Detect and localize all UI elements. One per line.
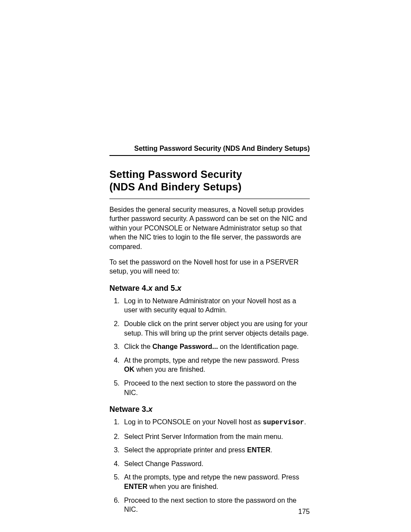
heading-var: x [177, 284, 181, 292]
section-heading-netware-4-5: Netware 4.x and 5.x [109, 284, 310, 293]
step-item: Proceed to the next section to store the… [121, 379, 310, 397]
step-text: on the Identification page. [218, 343, 299, 350]
heading-var: x [148, 284, 153, 292]
step-text: Select the appropriate printer and press [124, 446, 247, 454]
step-item: Select Change Password. [121, 459, 310, 469]
step-text: Click the [124, 343, 153, 350]
ui-label-enter: ENTER [247, 446, 271, 454]
heading-text: Netware 3. [109, 405, 148, 414]
step-text: when you are finished. [147, 483, 218, 490]
running-header: Setting Password Security (NDS And Binde… [109, 145, 310, 156]
steps-list-netware-3: Log in to PCONSOLE on your Novell host a… [109, 417, 310, 514]
title-line-1: Setting Password Security [109, 168, 242, 180]
intro-paragraph-2: To set the password on the Novell host f… [109, 258, 310, 276]
ui-label-enter: ENTER [124, 483, 147, 490]
heading-text: and 5. [153, 284, 177, 292]
step-text: At the prompts, type and retype the new … [124, 473, 299, 481]
page-number: 175 [298, 508, 310, 516]
step-item: Log in to PCONSOLE on your Novell host a… [121, 417, 310, 428]
step-item: Log in to Netware Administrator on your … [121, 296, 310, 315]
page-title: Setting Password Security (NDS And Binde… [109, 168, 310, 193]
ui-label-change-password: Change Password... [153, 343, 218, 350]
ui-label-ok: OK [124, 366, 134, 373]
step-item: Select Print Server Information from the… [121, 432, 310, 442]
heading-text: Netware 4. [109, 284, 148, 292]
title-line-2: (NDS And Bindery Setups) [109, 181, 242, 193]
steps-list-netware-4-5: Log in to Netware Administrator on your … [109, 296, 310, 397]
code-supervisor: supervisor [263, 419, 304, 426]
step-item: Double click on the print server object … [121, 319, 310, 338]
step-text: . [304, 418, 306, 426]
step-item: At the prompts, type and retype the new … [121, 473, 310, 491]
step-text: . [271, 446, 272, 454]
step-item: Proceed to the next section to store the… [121, 496, 310, 514]
content-area: Setting Password Security (NDS And Binde… [109, 168, 310, 514]
step-text: Log in to PCONSOLE on your Novell host a… [124, 418, 263, 426]
heading-var: x [148, 405, 153, 414]
step-text: At the prompts, type and retype the new … [124, 357, 299, 364]
step-text: when you are finished. [134, 366, 206, 373]
section-heading-netware-3: Netware 3.x [109, 405, 310, 414]
step-item: At the prompts, type and retype the new … [121, 356, 310, 374]
intro-paragraph-1: Besides the general security measures, a… [109, 205, 310, 252]
title-rule [109, 199, 310, 199]
step-item: Click the Change Password... on the Iden… [121, 342, 310, 352]
page: Setting Password Security (NDS And Binde… [0, 0, 411, 532]
step-item: Select the appropriate printer and press… [121, 445, 310, 455]
